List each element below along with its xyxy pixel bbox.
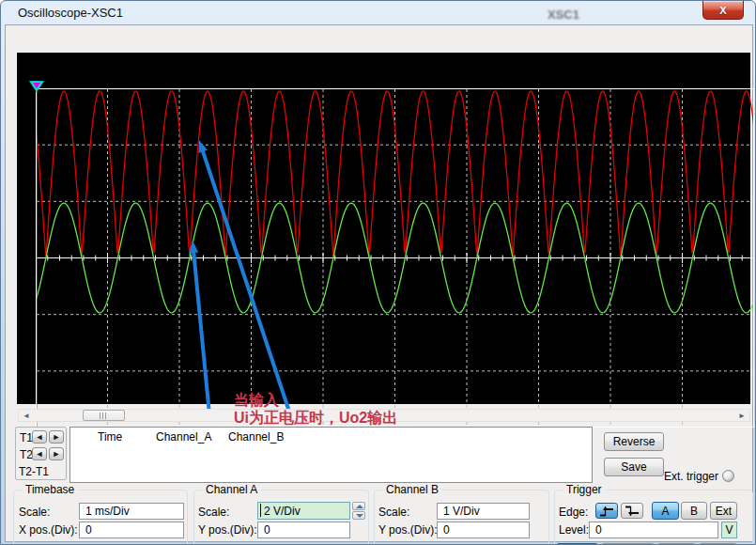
t2-right-button[interactable]: ► <box>49 447 64 460</box>
scroll-left-button[interactable]: ◄ <box>19 410 34 421</box>
trigger-group: Trigger Edge: A B Ext Level: <box>554 490 753 545</box>
scroll-grip-icon <box>100 413 108 419</box>
annotation-line2: Ui为正电压时，Uo2输出 <box>234 409 397 427</box>
trigger-title: Trigger <box>563 483 606 496</box>
channel-b-ypos-label: Y pos.(Div): <box>378 523 437 537</box>
client-area: 当输入 Ui为正电压时，Uo2输出 ◄ ► T1 ◄ ► T2 ◄ ► T2-T… <box>5 24 753 542</box>
timebase-xpos-input[interactable] <box>79 522 184 538</box>
right-arrow-icon: ► <box>53 449 61 459</box>
channel-a-group: Channel A Scale: Y pos.(Div): AC 0 DC <box>193 490 369 545</box>
annotation-text: 当输入 Ui为正电压时，Uo2输出 <box>234 391 397 427</box>
trigger-ext-button[interactable]: Ext <box>710 502 737 520</box>
window-title: Oscilloscope-XSC1 <box>18 6 123 20</box>
t1-left-button[interactable]: ◄ <box>32 430 47 444</box>
waveform-plot[interactable] <box>36 88 754 428</box>
left-arrow-icon: ◄ <box>36 432 44 442</box>
reverse-button[interactable]: Reverse <box>604 432 664 451</box>
falling-edge-icon <box>625 506 640 517</box>
channel-b-group: Channel B Scale: Y pos.(Div): AC 0 DC - <box>374 490 549 545</box>
ext-trigger-label: Ext. trigger <box>664 470 718 483</box>
cursor-control-panel: T1 ◄ ► T2 ◄ ► T2-T1 <box>15 427 67 480</box>
trigger-rising-edge-button[interactable] <box>595 503 618 519</box>
save-button[interactable]: Save <box>604 458 664 476</box>
ext-trigger-terminal <box>722 470 734 482</box>
t2-label: T2 <box>20 448 33 461</box>
t2-left-button[interactable]: ◄ <box>32 447 47 460</box>
timebase-title: Timebase <box>22 483 78 496</box>
text-caret <box>260 504 261 517</box>
close-icon: X <box>719 5 726 16</box>
trigger-b-button[interactable]: B <box>681 502 707 520</box>
channel-b-ypos-input[interactable] <box>437 522 530 538</box>
workspace-watermark: XSC1 <box>548 8 579 22</box>
oscilloscope-window: Oscilloscope-XSC1 XSC1 X 当输入 Ui为正电压时，Uo2… <box>0 0 756 545</box>
channel-a-scale-input[interactable] <box>257 502 350 520</box>
channel-b-scale-label: Scale: <box>378 506 409 519</box>
t1-right-button[interactable]: ► <box>49 430 64 444</box>
trigger-level-input[interactable] <box>589 522 718 538</box>
trigger-a-button[interactable]: A <box>652 502 679 520</box>
trigger-edge-label: Edge: <box>559 506 588 519</box>
channel-a-ypos-label: Y pos.(Div): <box>198 523 256 537</box>
scroll-thumb[interactable] <box>83 410 125 421</box>
spinner-down-icon[interactable] <box>352 511 365 520</box>
scroll-right-icon: ► <box>738 412 746 420</box>
channel-a-scale-spinner[interactable] <box>352 502 365 520</box>
spinner-up-icon[interactable] <box>352 502 365 510</box>
t2-t1-label: T2-T1 <box>19 465 49 478</box>
channel-a-scale-label: Scale: <box>198 506 229 519</box>
scroll-left-icon: ◄ <box>23 412 30 420</box>
scope-display <box>17 53 750 404</box>
channel-a-title: Channel A <box>202 483 261 496</box>
readout-header-channel-a: Channel_A <box>156 430 211 444</box>
scroll-right-button[interactable]: ► <box>734 410 749 421</box>
trigger-level-unit-select[interactable]: V <box>721 522 737 538</box>
timebase-group: Timebase Scale: X pos.(Div): Y/T Add B/A… <box>13 490 188 545</box>
timebase-scale-input[interactable] <box>79 503 184 520</box>
timebase-xpos-label: X pos.(Div): <box>19 523 78 537</box>
t1-label: T1 <box>20 431 33 444</box>
annotation-line1: 当输入 <box>234 391 397 409</box>
readout-header-time: Time <box>98 430 122 444</box>
readout-header-channel-b: Channel_B <box>228 430 284 444</box>
channel-b-scale-input[interactable] <box>437 503 530 520</box>
right-arrow-icon: ► <box>53 432 61 442</box>
cursor-readout-table: Time Channel_A Channel_B <box>69 427 593 483</box>
close-button[interactable]: X <box>702 1 744 20</box>
trigger-falling-edge-button[interactable] <box>621 503 643 519</box>
channel-b-title: Channel B <box>382 483 442 496</box>
timebase-scale-label: Scale: <box>19 506 50 519</box>
trigger-level-label: Level: <box>559 523 589 537</box>
left-arrow-icon: ◄ <box>36 449 44 459</box>
rising-edge-icon <box>599 506 614 517</box>
cursor1-handle[interactable] <box>29 81 44 92</box>
channel-a-ypos-input[interactable] <box>257 522 350 538</box>
